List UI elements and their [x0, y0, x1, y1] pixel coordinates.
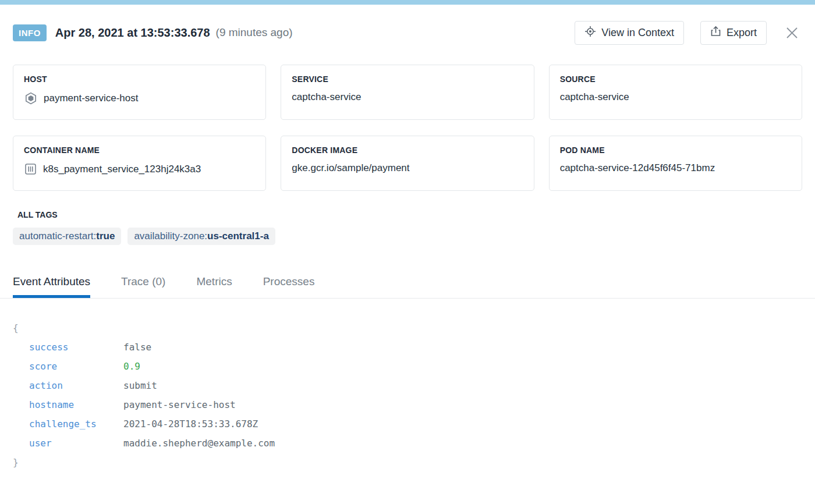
- attribute-value: payment-service-host: [123, 395, 236, 414]
- pod-name-card-value: captcha-service-12d45f6f45-71bmz: [560, 162, 715, 174]
- attribute-value: submit: [123, 376, 157, 395]
- close-brace: }: [13, 453, 815, 472]
- tag-key: automatic-restart:: [19, 230, 96, 242]
- source-card-label: SOURCE: [560, 74, 791, 84]
- service-card-label: SERVICE: [292, 74, 523, 84]
- tabs-divider: [0, 298, 815, 299]
- pod-name-card-label: POD NAME: [560, 145, 791, 155]
- attribute-value: 2021-04-28T18:53:33.678Z: [123, 414, 258, 434]
- info-cards-grid: HOST payment-service-host SERVICE captch…: [13, 65, 802, 191]
- export-label: Export: [727, 27, 757, 39]
- event-header: INFO Apr 28, 2021 at 13:53:33.678 (9 min…: [0, 20, 815, 45]
- crosshair-icon: [584, 26, 596, 40]
- attribute-key: challenge_ts: [29, 414, 123, 434]
- attribute-key: action: [29, 376, 123, 395]
- service-card[interactable]: SERVICE captcha-service: [281, 65, 534, 120]
- attribute-row-success[interactable]: success false: [13, 338, 815, 357]
- export-button[interactable]: Export: [700, 21, 767, 45]
- open-brace: {: [13, 318, 815, 338]
- service-card-value: captcha-service: [292, 91, 361, 103]
- detail-tabs: Event Attributes Trace (0) Metrics Proce…: [13, 275, 815, 298]
- attribute-row-challenge-ts[interactable]: challenge_ts 2021-04-28T18:53:33.678Z: [13, 414, 815, 434]
- source-card-value: captcha-service: [560, 91, 629, 103]
- close-button[interactable]: [782, 23, 802, 43]
- attribute-key: success: [29, 338, 123, 357]
- all-tags-label: ALL TAGS: [17, 210, 802, 219]
- host-card-label: HOST: [24, 74, 255, 84]
- tab-processes[interactable]: Processes: [263, 275, 315, 298]
- container-name-card-label: CONTAINER NAME: [24, 145, 255, 155]
- attribute-value: 0.9: [123, 357, 140, 376]
- attribute-key: score: [29, 357, 123, 376]
- tag-value: us-central1-a: [207, 230, 269, 242]
- tag-key: availability-zone:: [134, 230, 207, 242]
- container-name-card[interactable]: CONTAINER NAME k8s_payment_service_123hj…: [13, 136, 266, 191]
- relative-time: (9 minutes ago): [216, 26, 293, 39]
- tab-trace[interactable]: Trace (0): [121, 275, 165, 298]
- attribute-key: user: [29, 434, 123, 453]
- severity-badge: INFO: [13, 24, 47, 41]
- docker-image-card-value: gke.gcr.io/sample/payment: [292, 162, 409, 174]
- docker-image-card[interactable]: DOCKER IMAGE gke.gcr.io/sample/payment: [281, 136, 534, 191]
- docker-image-card-label: DOCKER IMAGE: [292, 145, 523, 155]
- view-in-context-button[interactable]: View in Context: [575, 21, 684, 45]
- attribute-value: maddie.shepherd@example.com: [123, 434, 275, 453]
- container-name-card-value: k8s_payment_service_123hj24k3a3: [43, 164, 201, 175]
- tab-event-attributes[interactable]: Event Attributes: [13, 275, 90, 298]
- attribute-row-action[interactable]: action submit: [13, 376, 815, 395]
- tag-value: true: [96, 230, 115, 242]
- tag-automatic-restart[interactable]: automatic-restart:true: [13, 228, 121, 245]
- host-card-value: payment-service-host: [44, 93, 139, 104]
- host-card[interactable]: HOST payment-service-host: [13, 65, 266, 120]
- host-hexagon-icon: [24, 91, 38, 105]
- attribute-row-hostname[interactable]: hostname payment-service-host: [13, 395, 815, 414]
- export-icon: [710, 26, 721, 40]
- event-timestamp: Apr 28, 2021 at 13:53:33.678: [55, 26, 210, 40]
- close-icon: [784, 25, 800, 41]
- event-attributes-json: { success false score 0.9 action submit …: [13, 318, 815, 472]
- top-accent-strip: [0, 0, 815, 5]
- attribute-row-score[interactable]: score 0.9: [13, 357, 815, 376]
- source-card[interactable]: SOURCE captcha-service: [549, 65, 802, 120]
- attribute-row-user[interactable]: user maddie.shepherd@example.com: [13, 434, 815, 453]
- view-in-context-label: View in Context: [601, 27, 674, 39]
- pod-name-card[interactable]: POD NAME captcha-service-12d45f6f45-71bm…: [549, 136, 802, 191]
- all-tags-section: ALL TAGS automatic-restart:true availabi…: [13, 210, 802, 245]
- attribute-key: hostname: [29, 395, 123, 414]
- tag-availability-zone[interactable]: availability-zone:us-central1-a: [127, 228, 275, 245]
- container-icon: [24, 162, 37, 176]
- attribute-value: false: [123, 338, 151, 357]
- tab-metrics[interactable]: Metrics: [196, 275, 232, 298]
